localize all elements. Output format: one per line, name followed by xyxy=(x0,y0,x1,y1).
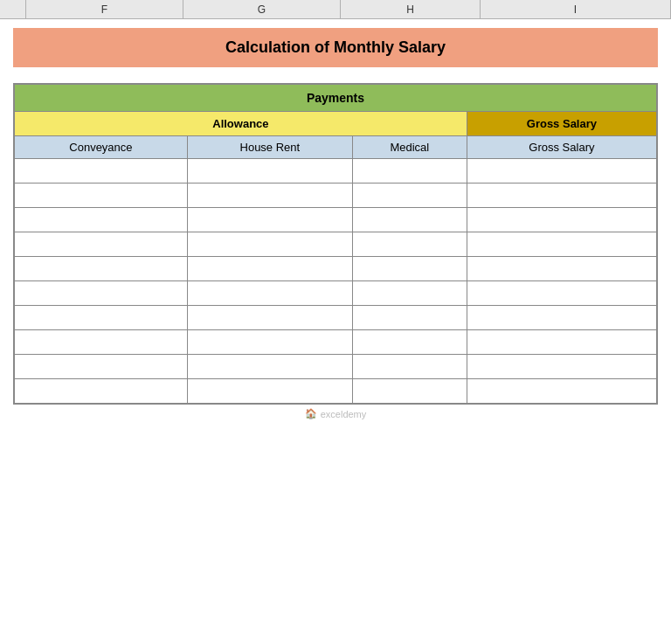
cell-i8[interactable] xyxy=(467,330,656,355)
cell-g1[interactable] xyxy=(187,159,352,184)
col-header-g: G xyxy=(183,0,341,18)
watermark-icon: 🏠 xyxy=(305,408,317,419)
cell-f4[interactable] xyxy=(15,232,188,257)
cell-g6[interactable] xyxy=(187,281,352,306)
table-row xyxy=(15,232,657,257)
cell-i10[interactable] xyxy=(467,379,656,404)
cell-i1[interactable] xyxy=(467,159,656,184)
allowance-gross-row: Allowance Gross Salary xyxy=(15,112,657,136)
table-row xyxy=(15,208,657,232)
page-title: Calculation of Monthly Salary xyxy=(225,38,446,56)
payments-row: Payments xyxy=(15,85,657,112)
salary-table-container: Payments Allowance Gross Salary Conveyan… xyxy=(13,83,658,405)
cell-g9[interactable] xyxy=(187,355,352,379)
col-header-i: I xyxy=(481,0,671,18)
cell-g10[interactable] xyxy=(187,379,352,404)
table-row xyxy=(15,184,657,208)
cell-h8[interactable] xyxy=(352,330,467,355)
subheader-row: Conveyance House Rent Medical Gross Sala… xyxy=(15,136,657,159)
cell-h4[interactable] xyxy=(352,232,467,257)
cell-h5[interactable] xyxy=(352,257,467,281)
cell-f8[interactable] xyxy=(15,330,188,355)
main-content: Calculation of Monthly Salary Payments A… xyxy=(0,19,671,644)
cell-h6[interactable] xyxy=(352,281,467,306)
table-row xyxy=(15,281,657,306)
cell-f10[interactable] xyxy=(15,379,188,404)
cell-g5[interactable] xyxy=(187,257,352,281)
cell-f7[interactable] xyxy=(15,306,188,330)
table-row xyxy=(15,355,657,379)
cell-g3[interactable] xyxy=(187,208,352,232)
cell-g2[interactable] xyxy=(187,184,352,208)
table-row xyxy=(15,379,657,404)
cell-g4[interactable] xyxy=(187,232,352,257)
subheader-house-rent: House Rent xyxy=(187,136,352,159)
cell-h1[interactable] xyxy=(352,159,467,184)
cell-i6[interactable] xyxy=(467,281,656,306)
col-header-h: H xyxy=(341,0,481,18)
cell-h9[interactable] xyxy=(352,355,467,379)
allowance-cell: Allowance xyxy=(15,112,467,136)
cell-f1[interactable] xyxy=(15,159,188,184)
table-row xyxy=(15,330,657,355)
cell-h2[interactable] xyxy=(352,184,467,208)
cell-f2[interactable] xyxy=(15,184,188,208)
payments-cell: Payments xyxy=(15,85,657,112)
watermark: 🏠 exceldemy xyxy=(13,408,658,419)
cell-f6[interactable] xyxy=(15,281,188,306)
cell-h10[interactable] xyxy=(352,379,467,404)
table-row xyxy=(15,159,657,184)
cell-i4[interactable] xyxy=(467,232,656,257)
spreadsheet-wrapper: F G H I Calculation of Monthly Salary Pa… xyxy=(0,0,671,644)
cell-i9[interactable] xyxy=(467,355,656,379)
cell-f3[interactable] xyxy=(15,208,188,232)
cell-h7[interactable] xyxy=(352,306,467,330)
title-banner: Calculation of Monthly Salary xyxy=(13,28,658,67)
table-row xyxy=(15,257,657,281)
cell-f5[interactable] xyxy=(15,257,188,281)
subheader-gross-salary: Gross Salary xyxy=(467,136,656,159)
gross-salary-header-cell: Gross Salary xyxy=(467,112,656,136)
cell-i7[interactable] xyxy=(467,306,656,330)
cell-i3[interactable] xyxy=(467,208,656,232)
column-header-row: F G H I xyxy=(0,0,671,19)
watermark-text: exceldemy xyxy=(321,409,367,419)
cell-i2[interactable] xyxy=(467,184,656,208)
cell-g8[interactable] xyxy=(187,330,352,355)
cell-f9[interactable] xyxy=(15,355,188,379)
cell-g7[interactable] xyxy=(187,306,352,330)
subheader-conveyance: Conveyance xyxy=(15,136,188,159)
salary-table: Payments Allowance Gross Salary Conveyan… xyxy=(14,84,657,404)
row-header-spacer xyxy=(0,0,26,18)
table-row xyxy=(15,306,657,330)
subheader-medical: Medical xyxy=(352,136,467,159)
col-header-f: F xyxy=(26,0,183,18)
cell-h3[interactable] xyxy=(352,208,467,232)
cell-i5[interactable] xyxy=(467,257,656,281)
